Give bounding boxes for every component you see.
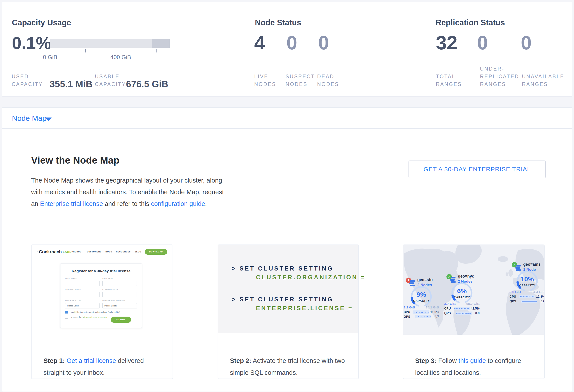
- cpu-sparkline: [413, 310, 429, 314]
- capacity-axis-tick: [156, 49, 157, 53]
- step2-card: > SET CLUSTER SETTING CLUSTER.ORGANIZATI…: [218, 244, 359, 379]
- used-capacity-label: USED CAPACITY: [12, 73, 50, 88]
- suspect-nodes-label: SUSPECT NODES: [286, 73, 315, 88]
- description-text: .: [205, 200, 207, 207]
- nav-item: CUSTOMERS: [87, 251, 102, 253]
- total-ranges-count: 32: [436, 33, 457, 53]
- checkbox-label: I agree to the Software License Agreemen…: [70, 316, 108, 318]
- field-label: FIRST NAME: [65, 277, 100, 279]
- total-ranges-label: TOTAL RANGES: [436, 73, 470, 88]
- step2-caption: Step 2: Activate the trial license with …: [218, 345, 358, 378]
- sql-statement: > SET CLUSTER SETTING: [232, 265, 333, 272]
- field-label: PROJECT PHASE: [65, 300, 100, 302]
- node-map-description: The Node Map shows the geographical layo…: [31, 175, 232, 210]
- sql-statement: > SET CLUSTER SETTING: [232, 296, 333, 303]
- step3-card: 1 geo=sfo 2 Nodes 9% CAPACITY 3.2 GiB 35…: [403, 244, 545, 379]
- qps-sparkline: [415, 315, 431, 318]
- view-selector-bar: Node Map: [2, 107, 572, 129]
- project-phase-select: Please Select: [65, 303, 100, 308]
- capacity-axis-label-0: 0 GiB: [35, 54, 65, 61]
- capacity-gauge-sfo: 9% CAPACITY 3.2 GiB 35.1 GiB CPU 11.0% Q…: [404, 285, 439, 318]
- capacity-usage-title: Capacity Usage: [12, 18, 71, 27]
- get-trial-license-link[interactable]: Get a trial license: [67, 357, 116, 364]
- usable-capacity-value: 676.5 GiB: [126, 79, 168, 90]
- page-title: View the Node Map: [31, 155, 119, 166]
- enterprise-trial-button[interactable]: GET A 30-DAY ENTERPRISE TRIAL: [409, 161, 546, 178]
- cpu-sparkline: [454, 307, 470, 310]
- dead-nodes-count: 0: [318, 33, 329, 53]
- capacity-axis-label-400: 400 GiB: [105, 54, 136, 61]
- cluster-summary-panel: Capacity Usage 0.1% 0 GiB 400 GiB USED C…: [2, 2, 572, 96]
- suspect-nodes-count: 0: [287, 33, 297, 53]
- sql-argument: ENTERPRISE.LICENSE =: [256, 305, 353, 312]
- step1-card: Cockroach LABS PRODUCT CUSTOMERS DOCS RE…: [31, 244, 173, 379]
- checkbox-checked-icon: ✓: [65, 311, 68, 314]
- capacity-gauge-nyc: 6% CAPACITY 3.7 GiB 65.7 GiB CPU 42.5% Q…: [444, 281, 480, 315]
- capacity-bar-end-segment: [152, 39, 170, 48]
- logo-text: Cockroach: [39, 249, 62, 254]
- company-name-field: [65, 292, 100, 297]
- capacity-axis-tick: [50, 49, 50, 53]
- this-guide-link[interactable]: this guide: [459, 357, 486, 364]
- configuration-guide-link[interactable]: configuration guide: [151, 200, 205, 207]
- checkbox-label: I would like to receive email updates ab…: [70, 311, 121, 313]
- under-replicated-ranges-label: UNDER-REPLICATED RANGES: [480, 65, 522, 88]
- sql-argument: CLUSTER.ORGANIZATION =: [256, 274, 366, 281]
- nav-item: BLOG: [135, 251, 141, 253]
- qps-sparkline: [521, 300, 537, 303]
- node-status-title: Node Status: [255, 18, 301, 27]
- used-capacity-value: 355.1 MiB: [50, 79, 92, 90]
- first-name-field: [65, 281, 100, 286]
- nav-item: PRODUCT: [71, 251, 83, 253]
- field-label: LAST NAME: [102, 277, 137, 279]
- company-email-field: [102, 292, 137, 297]
- caret-down-icon[interactable]: [45, 117, 52, 121]
- last-name-field: [102, 281, 137, 286]
- field-label: COMPANY NAME: [65, 289, 100, 291]
- logo-suffix: LABS: [63, 250, 71, 254]
- unavailable-ranges-count: 0: [521, 33, 532, 53]
- submit-button: SUBMIT: [111, 317, 131, 323]
- live-nodes-label: LIVE NODES: [254, 73, 281, 88]
- dead-nodes-label: DEAD NODES: [317, 73, 344, 88]
- capacity-axis-tick: [85, 49, 86, 53]
- download-button: DOWNLOAD: [145, 249, 167, 255]
- enterprise-trial-license-link[interactable]: Enterprise trial license: [40, 200, 103, 207]
- nav-item: RESOURCES: [116, 251, 131, 253]
- license-agreement-link: Software License Agreement.: [82, 316, 108, 318]
- step1-caption: Step 1: Get a trial license delivered st…: [32, 345, 173, 378]
- checkbox-unchecked-icon: [65, 316, 68, 318]
- sql-commands-image: > SET CLUSTER SETTING CLUSTER.ORGANIZATI…: [218, 245, 358, 333]
- form-title: Register for a 30-day trial license: [61, 269, 142, 273]
- description-text: and refer to this: [103, 200, 151, 207]
- capacity-axis-tick: [121, 49, 121, 53]
- node-map-intro-panel: View the Node Map The Node Map shows the…: [2, 129, 572, 392]
- section-divider: [31, 230, 544, 230]
- unavailable-ranges-label: UNAVAILABLE RANGES: [522, 73, 568, 88]
- replication-status-title: Replication Status: [436, 18, 505, 27]
- registration-site-screenshot: Cockroach LABS PRODUCT CUSTOMERS DOCS RE…: [32, 245, 173, 335]
- step3-caption: Step 3: Follow this guide to configure l…: [403, 345, 544, 378]
- cpu-sparkline: [519, 295, 535, 298]
- qps-sparkline: [456, 312, 472, 315]
- field-label: REASON FOR INTEREST: [102, 300, 137, 302]
- live-nodes-count: 4: [254, 33, 265, 53]
- cockroachlabs-logo-icon: [37, 249, 38, 254]
- trial-license-form: Register for a 30-day trial license FIRS…: [60, 263, 142, 328]
- site-nav: PRODUCT CUSTOMERS DOCS RESOURCES BLOG: [71, 251, 141, 253]
- node-map-preview-image: 1 geo=sfo 2 Nodes 9% CAPACITY 3.2 GiB 35…: [403, 245, 544, 335]
- node-map-dropdown[interactable]: Node Map: [12, 114, 47, 123]
- capacity-gauge-ams: 10% CAPACITY 3.6 GiB 34.4 GiB CPU 12.3% …: [510, 270, 544, 303]
- capacity-bar: [50, 39, 170, 48]
- nav-item: DOCS: [105, 251, 112, 253]
- under-replicated-ranges-count: 0: [477, 33, 488, 53]
- reason-select: Please Select: [102, 303, 137, 308]
- capacity-used-percent: 0.1%: [12, 34, 51, 52]
- field-label: COMPANY EMAIL: [102, 289, 137, 291]
